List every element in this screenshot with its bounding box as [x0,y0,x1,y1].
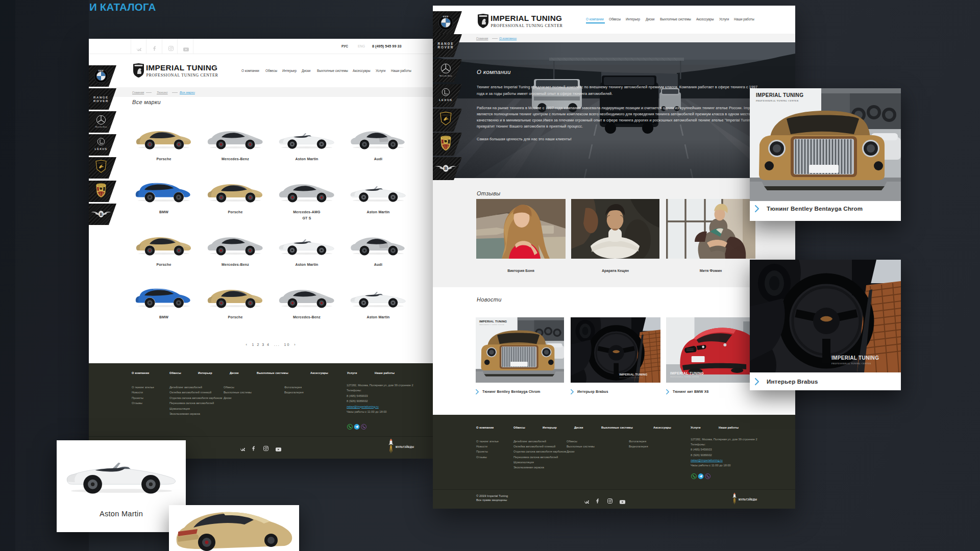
svg-text:RANGE: RANGE [93,96,109,99]
svg-text:IMPERIAL TUNING: IMPERIAL TUNING [146,63,217,72]
svg-text:IMPERIAL TUNING: IMPERIAL TUNING [619,373,648,376]
svg-text:BMW: BMW [443,16,449,18]
svg-text:ROVER: ROVER [438,45,454,49]
svg-text:RANGE: RANGE [437,42,454,45]
svg-text:LAMBORGHINI: LAMBORGHINI [96,162,106,164]
svg-text:PROFESSIONAL TUNING CENTER: PROFESSIONAL TUNING CENTER [146,73,218,78]
svg-text:B: B [444,166,447,171]
svg-text:PROFESSIONAL TUNING CENTER: PROFESSIONAL TUNING CENTER [756,99,799,102]
svg-text:LEXUS: LEXUS [439,98,452,102]
svg-text:IMPERIAL TUNING: IMPERIAL TUNING [670,371,704,375]
svg-text:PROFESSIONAL TUNING CENTER: PROFESSIONAL TUNING CENTER [479,324,504,325]
svg-text:Mercedes-Benz: Mercedes-Benz [439,75,452,77]
svg-text:IMPERIAL TUNING: IMPERIAL TUNING [491,14,562,22]
svg-text:LEXUS: LEXUS [95,147,108,151]
svg-text:IMPERIAL TUNING: IMPERIAL TUNING [756,92,803,98]
svg-text:ROVER: ROVER [93,99,109,103]
svg-text:IMPERIAL TUNING: IMPERIAL TUNING [831,355,879,361]
svg-text:PROFESSIONAL TUNING CENTER: PROFESSIONAL TUNING CENTER [491,23,563,28]
svg-text:PROFESSIONAL TUNING CENTER: PROFESSIONAL TUNING CENTER [619,377,643,379]
svg-text:LAMBORGHINI: LAMBORGHINI [440,114,451,116]
svg-text:Mercedes-Benz: Mercedes-Benz [95,126,107,128]
svg-text:B: B [100,212,103,217]
svg-text:IMPERIAL TUNING: IMPERIAL TUNING [479,320,507,323]
svg-text:BMW: BMW [99,70,104,72]
svg-text:PROFESSIONAL TUNING CENTER: PROFESSIONAL TUNING CENTER [831,362,871,365]
svg-text:PROFESSIONAL TUNING CENTER: PROFESSIONAL TUNING CENTER [670,376,699,378]
